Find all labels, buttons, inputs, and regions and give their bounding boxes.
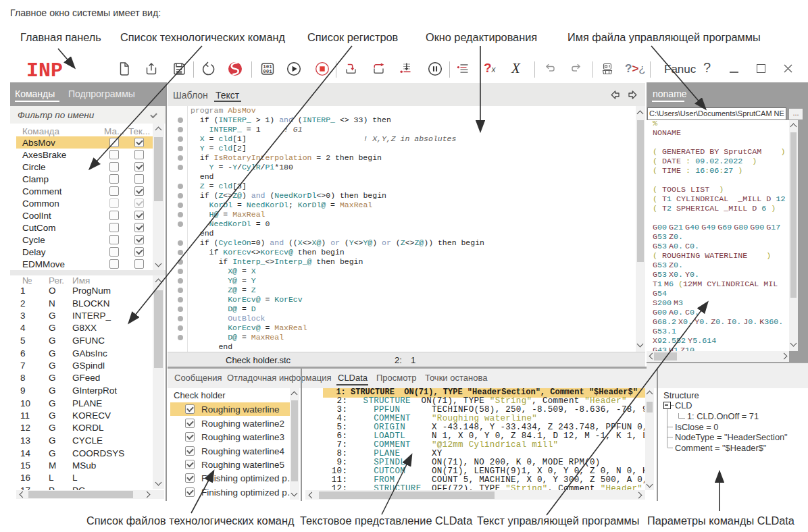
svg-text:001: 001: [263, 69, 272, 74]
